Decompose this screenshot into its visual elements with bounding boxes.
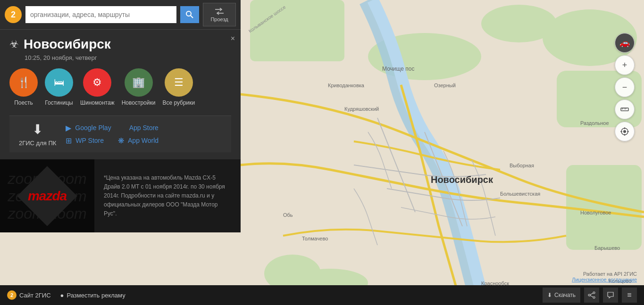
site-link-label: Сайт 2ГИС	[19, 292, 51, 299]
close-button[interactable]: ×	[231, 34, 235, 43]
share-button[interactable]	[584, 288, 599, 303]
svg-text:Озерный: Озерный	[434, 82, 456, 88]
advertise-icon: ●	[60, 292, 64, 299]
city-name-label: Новосибирск	[24, 37, 111, 52]
downloads-section: ⬇ 2ГИС для ПК ▶ Google Play App Store	[9, 115, 231, 152]
wp-store-label: WP Store	[75, 137, 104, 144]
license-link[interactable]: Лицензионное соглашение	[572, 277, 637, 282]
svg-text:Криводанковка: Криводанковка	[328, 82, 365, 88]
desktop-app-label: 2ГИС для ПК	[19, 140, 56, 147]
category-all-label: Все рубрики	[162, 99, 195, 106]
svg-line-42	[590, 296, 593, 297]
wp-store-link[interactable]: ⊞ WP Store	[66, 136, 104, 145]
category-hotels[interactable]: 🛏 Гостиницы	[45, 68, 73, 106]
download-label: Скачать	[554, 292, 576, 298]
zoom-out-button[interactable]: −	[615, 77, 635, 97]
ad-logo-area: zoom-zoomzoom-zoomzoom-zoom mazda	[0, 159, 94, 232]
category-tires[interactable]: ⚙ Шиномонтаж	[80, 68, 115, 106]
desktop-download-icon: ⬇	[32, 122, 43, 137]
svg-text:Выборная: Выборная	[510, 163, 534, 168]
app-store-link[interactable]: App Store	[125, 124, 159, 132]
category-hotels-label: Гостиницы	[45, 99, 73, 106]
svg-text:Раздольное: Раздольное	[580, 120, 609, 126]
site-logo-icon: 2	[7, 290, 17, 300]
bottom-right-actions: ⬇ Скачать ≡	[543, 288, 637, 303]
route-button[interactable]: Проезд	[203, 3, 236, 26]
category-newbuildings-label: Новостройки	[122, 99, 156, 106]
svg-text:Мочище пос: Мочище пос	[382, 66, 414, 72]
ad-description-text: *Цена указана на автомобиль Mazda CX-5 Д…	[94, 166, 241, 226]
city-header: ☣ Новосибирск	[9, 37, 231, 52]
map-city-label: Новосибирск	[431, 174, 493, 185]
svg-point-40	[593, 297, 595, 298]
svg-text:Толмачево: Толмачево	[302, 236, 328, 241]
svg-line-35	[191, 16, 193, 18]
category-all[interactable]: ☰ Все рубрики	[162, 68, 195, 106]
city-icon: ☣	[9, 38, 19, 50]
advertise-link[interactable]: ● Разместить рекламу	[60, 292, 125, 299]
google-play-link[interactable]: ▶ Google Play	[66, 124, 111, 132]
map-controls-panel: 🚗 + −	[615, 33, 635, 141]
ruler-button[interactable]	[615, 99, 635, 119]
app-world-icon: ❋	[118, 136, 124, 145]
svg-line-41	[590, 293, 593, 295]
left-panel: 2 Проезд × ☣ Новосибирск 10:25, 20 ноябр…	[0, 0, 241, 232]
category-tires-icon: ⚙	[83, 68, 111, 97]
app-world-label: App World	[128, 137, 159, 144]
wp-store-icon: ⊞	[66, 136, 72, 145]
car-mode-button[interactable]: 🚗	[615, 33, 635, 53]
ad-banner[interactable]: zoom-zoomzoom-zoomzoom-zoom mazda *Цена …	[0, 159, 241, 232]
svg-text:Новолуговое: Новолуговое	[580, 210, 611, 215]
bottom-bar: 2 Сайт 2ГИС ● Разместить рекламу ⬇ Скача…	[0, 285, 644, 305]
route-btn-label: Проезд	[210, 16, 228, 22]
svg-point-29	[623, 130, 626, 133]
svg-point-38	[593, 292, 595, 294]
category-newbuildings-icon: 🏢	[125, 68, 153, 97]
api-credit: Работает на API 2ГИС Лицензионное соглаш…	[572, 271, 637, 282]
app-world-link[interactable]: ❋ App World	[118, 136, 159, 145]
app-store-label: App Store	[129, 124, 159, 132]
app-logo: 2	[5, 6, 22, 23]
svg-text:Большевистская: Большевистская	[500, 191, 540, 197]
zoom-in-button[interactable]: +	[615, 55, 635, 75]
category-hotels-icon: 🛏	[45, 68, 73, 97]
city-info-panel: × ☣ Новосибирск 10:25, 20 ноября, четвер…	[0, 29, 241, 159]
category-food-icon: 🍴	[9, 68, 38, 97]
category-newbuildings[interactable]: 🏢 Новостройки	[122, 68, 156, 106]
feedback-button[interactable]	[603, 288, 618, 303]
svg-point-39	[588, 294, 590, 296]
site-link[interactable]: 2 Сайт 2ГИС	[7, 290, 51, 300]
svg-text:Обь: Обь	[283, 212, 293, 218]
advertise-label: Разместить рекламу	[67, 292, 125, 299]
svg-point-34	[186, 11, 191, 16]
svg-rect-7	[566, 165, 642, 250]
category-all-icon: ☰	[165, 68, 193, 97]
desktop-app-link[interactable]: ⬇ 2ГИС для ПК	[19, 122, 56, 147]
category-food-label: Поесть	[14, 99, 33, 106]
city-date-label: 10:25, 20 ноября, четверг	[25, 54, 231, 61]
search-bar: 2 Проезд	[0, 0, 241, 29]
svg-rect-5	[250, 0, 344, 61]
app-links-container: ▶ Google Play App Store ⊞ WP Store ❋	[66, 124, 159, 145]
category-tires-label: Шиномонтаж	[80, 99, 115, 106]
menu-icon: ≡	[627, 291, 631, 299]
download-arrow-icon: ⬇	[547, 292, 552, 298]
categories-row: 🍴 Поесть 🛏 Гостиницы ⚙ Шиномонтаж 🏢 Ново…	[9, 68, 231, 106]
search-input[interactable]	[25, 6, 176, 23]
download-button[interactable]: ⬇ Скачать	[543, 288, 580, 303]
search-button[interactable]	[180, 6, 199, 23]
menu-button[interactable]: ≡	[622, 288, 637, 303]
mazda-brand-text: mazda	[28, 189, 67, 204]
location-button[interactable]	[615, 122, 635, 141]
svg-text:Кудряшовский: Кудряшовский	[344, 106, 379, 112]
google-play-icon: ▶	[66, 124, 71, 132]
bottom-left-links: 2 Сайт 2ГИС ● Разместить рекламу	[7, 290, 125, 300]
api-text: Работает на API 2ГИС	[572, 271, 637, 277]
svg-text:Барышево: Барышево	[594, 245, 620, 251]
category-food[interactable]: 🍴 Поесть	[9, 68, 38, 106]
svg-point-2	[481, 5, 557, 42]
google-play-label: Google Play	[75, 124, 111, 132]
